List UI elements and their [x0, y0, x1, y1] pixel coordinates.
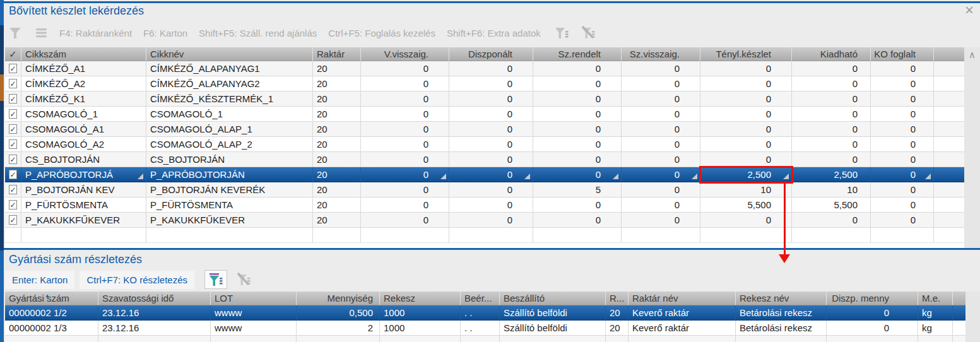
cell: 0	[792, 152, 871, 167]
cell: 0	[361, 198, 449, 213]
column-header[interactable]: Rekesz név	[736, 292, 827, 305]
menu-icon[interactable]	[34, 25, 49, 40]
row-checkbox[interactable]: ✓	[5, 137, 21, 152]
cell: 0	[533, 107, 622, 122]
column-header[interactable]: R...	[606, 292, 629, 305]
close-icon[interactable]: ×	[965, 3, 974, 18]
filter-clear-icon[interactable]	[232, 270, 255, 289]
table-row[interactable]: ✓P_BOJTORJÁN KEVP_BOJTORJÁN KEVERÉK20005…	[5, 182, 964, 198]
top-grid-scrollbar[interactable]: ∧	[964, 47, 980, 248]
shortcut-button: F4: Raktáranként	[59, 28, 132, 38]
column-header[interactable]: Tényl.készlet	[700, 47, 792, 61]
column-header[interactable]: Sz.rendelt	[533, 47, 622, 61]
table-row[interactable]: ✓CÍMKÉZŐ_A1CÍMKÉZŐ_ALAPANYAG1200000000	[5, 61, 964, 76]
select-all-checkbox[interactable]: ✓	[5, 47, 21, 61]
empty-cell	[361, 228, 449, 243]
row-checkbox[interactable]: ✓	[5, 107, 21, 122]
cell: 0	[871, 122, 934, 137]
table-row[interactable]: ✓P_KAKUKKFŰKEVERP_KAKUKKFŰKEVER200000000	[5, 213, 964, 228]
column-header[interactable]: Diszponált	[449, 47, 533, 61]
row-filler	[934, 198, 964, 213]
row-checkbox[interactable]: ✓	[5, 122, 21, 137]
cell: 10	[792, 182, 871, 198]
row-checkbox[interactable]: ✓	[5, 213, 21, 228]
cell: 0	[449, 213, 533, 228]
column-header[interactable]: V.visszaig.	[361, 47, 449, 61]
empty-cell	[461, 336, 500, 342]
column-header[interactable]: Diszp. menny	[827, 292, 918, 305]
table-row[interactable]: ✓CÍMKÉZŐ_K1CÍMKÉZŐ_KÉSZTERMÉK_1200000000	[5, 91, 964, 107]
column-header[interactable]: Cikkszám	[21, 47, 146, 61]
cell: 0	[449, 137, 533, 152]
column-header[interactable]: Sz.visszaig.	[622, 47, 700, 61]
column-header[interactable]: Mennyiség	[297, 292, 380, 305]
column-header[interactable]: Beszállító	[500, 292, 606, 305]
table-row[interactable]: ✓CSOMAGOLÓ_1CSOMAGOLÓ_1200000000	[5, 107, 964, 122]
column-header[interactable]: Kiadható	[792, 47, 871, 61]
cell: 1000	[380, 321, 461, 336]
cell: P_APRÓBOJTORJÁ	[21, 167, 146, 182]
row-checkbox[interactable]: ✓	[5, 167, 21, 182]
inventory-grid: ✓CikkszámCikknévRaktárV.visszaig.Diszpon…	[5, 47, 964, 243]
scroll-up-icon[interactable]: ∧	[969, 49, 976, 60]
empty-cell	[211, 336, 297, 342]
column-header[interactable]: Beér...	[461, 292, 500, 305]
filter-clear-icon[interactable]	[580, 25, 596, 41]
cell: 20	[313, 198, 361, 213]
cell: 0	[622, 137, 700, 152]
table-row[interactable]: 00000002 1/323.12.16wwww21000. .Szállító…	[5, 321, 965, 336]
column-header[interactable]: M.e.	[918, 292, 953, 305]
cell: 0	[449, 76, 533, 91]
bottom-grid-scrollbar[interactable]	[965, 292, 980, 342]
filter-list-active-icon[interactable]	[204, 270, 227, 289]
cell: 0	[792, 137, 871, 152]
column-header[interactable]: LOT	[211, 292, 297, 305]
cell: 1000	[380, 305, 461, 321]
left-edge-segment	[0, 251, 4, 342]
filter-icon[interactable]	[8, 25, 24, 40]
column-header[interactable]: KO foglalt	[871, 47, 934, 61]
row-filler	[953, 305, 965, 321]
cell: 0	[792, 61, 871, 76]
row-checkbox[interactable]: ✓	[5, 182, 21, 198]
cell: 0	[361, 152, 449, 167]
empty-cell	[700, 228, 792, 243]
row-checkbox[interactable]: ✓	[5, 152, 21, 167]
left-edge-segment	[0, 0, 4, 25]
cell: CÍMKÉZŐ_ALAPANYAG2	[146, 76, 313, 91]
sort-asc-icon: ▲	[45, 293, 50, 298]
cell: P_BOJTORJÁN KEVERÉK	[146, 182, 313, 198]
action-button[interactable]: Ctrl+F7: KO részletezés	[80, 271, 194, 289]
column-header[interactable]: Cikknév	[146, 47, 313, 61]
table-row[interactable]: ✓CSOMAGOLÓ_A2CSOMAGOLÓ_ALAP_2200000000	[5, 137, 964, 152]
row-checkbox[interactable]: ✓	[5, 198, 21, 213]
row-checkbox[interactable]: ✓	[5, 61, 21, 76]
cell: 20	[606, 305, 629, 321]
header-filler	[953, 292, 965, 305]
column-header[interactable]: Raktár	[313, 47, 361, 61]
table-row[interactable]: ✓P_FÜRTÖSMENTAP_FÜRTÖSMENTA2000005,5005,…	[5, 198, 964, 213]
column-header[interactable]: Raktár név	[629, 292, 736, 305]
table-row[interactable]: ✓CÍMKÉZŐ_A2CÍMKÉZŐ_ALAPANYAG2200000000	[5, 76, 964, 91]
cell: CÍMKÉZŐ_KÉSZTERMÉK_1	[146, 91, 313, 107]
table-row[interactable]: ✓CSOMAGOLÓ_A1CSOMAGOLÓ_ALAP_1200000000	[5, 122, 964, 137]
overflow-indicator-icon	[613, 174, 618, 179]
cell: 20	[313, 91, 361, 107]
column-header[interactable]: Rekesz	[380, 292, 461, 305]
cell: 0	[871, 182, 934, 198]
cell: Betárolási rekesz	[736, 321, 827, 336]
cell: 0	[361, 91, 449, 107]
cell: 00000002 1/3	[5, 321, 98, 336]
table-row[interactable]: 00000002 1/223.12.16wwww0,5001000. .Szál…	[5, 305, 965, 321]
row-checkbox[interactable]: ✓	[5, 91, 21, 107]
column-header[interactable]: Szavatossági idő	[98, 292, 211, 305]
cell: 2,500	[792, 167, 871, 182]
table-row[interactable]: ✓P_APRÓBOJTORJÁP_APRÓBOJTORJÁN2000002,50…	[5, 167, 964, 182]
table-row[interactable]: ✓CS_BOJTORJÁNCS_BOJTORJÁN200000000	[5, 152, 964, 167]
column-header[interactable]: Gyártási szám▲	[5, 292, 98, 305]
cell: Keverő raktár	[629, 321, 736, 336]
empty-cell	[827, 336, 918, 342]
filter-list-icon[interactable]	[553, 25, 570, 41]
action-button[interactable]: Enter: Karton	[5, 271, 74, 289]
row-checkbox[interactable]: ✓	[5, 76, 21, 91]
